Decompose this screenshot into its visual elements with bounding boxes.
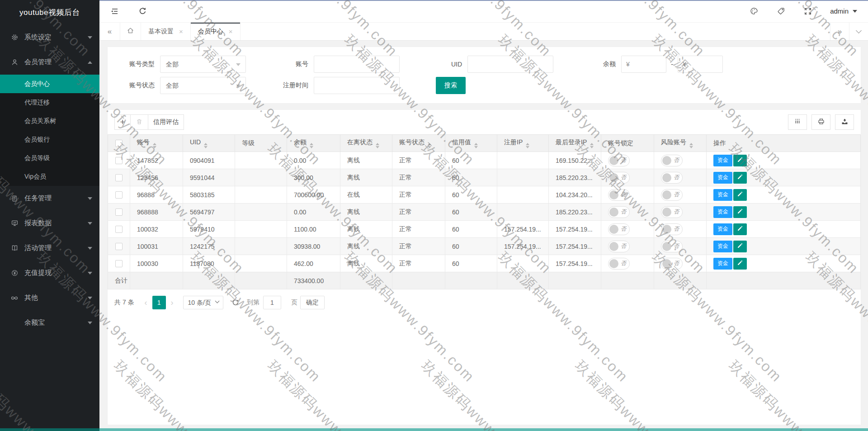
sort-icon[interactable]	[689, 143, 693, 148]
tab-home-button[interactable]	[120, 23, 141, 40]
sidebar-item-4[interactable]: 活动管理	[0, 236, 99, 260]
row-checkbox[interactable]	[115, 260, 123, 267]
export-button[interactable]	[835, 114, 854, 130]
sort-asc-icon	[526, 143, 529, 145]
sort-icon[interactable]	[526, 143, 529, 148]
page-size-select[interactable]: 10 条/页	[183, 296, 223, 309]
fund-button[interactable]: 资金	[713, 223, 732, 235]
lock-toggle[interactable]: 否	[608, 172, 630, 184]
export-icon	[841, 118, 849, 127]
risk-toggle[interactable]: 否	[661, 223, 683, 235]
edit-button[interactable]	[733, 258, 747, 270]
prev-page-button[interactable]: ‹	[140, 298, 152, 307]
print-button[interactable]	[811, 114, 830, 130]
fund-button[interactable]: 资金	[713, 241, 732, 252]
sidebar-subitem[interactable]: 会员中心	[0, 75, 99, 93]
lock-toggle[interactable]: 否	[608, 155, 630, 166]
risk-toggle[interactable]: 否	[661, 206, 683, 218]
sort-icon[interactable]	[204, 143, 208, 148]
palette-icon[interactable]	[749, 6, 759, 16]
account-type-select[interactable]: 全部	[160, 56, 246, 73]
sidebar-item-7[interactable]: 余额宝	[0, 310, 99, 335]
pencil-icon	[737, 242, 743, 250]
account-input[interactable]	[314, 56, 400, 73]
row-checkbox[interactable]	[115, 243, 123, 250]
lock-toggle[interactable]: 否	[608, 189, 630, 201]
refresh-icon[interactable]	[137, 6, 147, 16]
sort-icon[interactable]	[153, 143, 156, 148]
edit-button[interactable]	[733, 223, 747, 235]
uid-input[interactable]	[467, 56, 553, 73]
sort-icon[interactable]	[376, 143, 379, 148]
sidebar-item-2[interactable]: 任务管理	[0, 186, 99, 211]
sidebar-item-1[interactable]: 会员管理	[0, 50, 99, 75]
fund-button[interactable]: 资金	[713, 155, 732, 166]
search-button[interactable]: 搜索	[436, 77, 466, 94]
fund-button[interactable]: 资金	[713, 172, 732, 184]
next-page-button[interactable]: ›	[166, 298, 179, 307]
risk-toggle[interactable]: 否	[661, 258, 683, 270]
sidebar-item-6[interactable]: 其他	[0, 285, 99, 310]
sidebar-subitem[interactable]: 会员关系树	[0, 112, 99, 130]
row-checkbox[interactable]	[115, 208, 123, 216]
goto-confirm-button[interactable]: 确定	[300, 296, 325, 309]
balance-min-input[interactable]	[621, 56, 666, 73]
sidebar-item-5[interactable]: 充值提现	[0, 260, 99, 285]
sort-icon[interactable]	[310, 143, 313, 148]
row-checkbox[interactable]	[115, 191, 123, 199]
sidebar-subitem[interactable]: Vip会员	[0, 167, 99, 186]
lock-toggle[interactable]: 否	[608, 223, 630, 235]
edit-button[interactable]	[733, 189, 747, 201]
tag-icon[interactable]	[776, 6, 786, 16]
balance-max-input[interactable]	[678, 56, 723, 73]
user-menu[interactable]: admin	[830, 7, 857, 15]
edit-button[interactable]	[733, 155, 747, 166]
account-label: 账号	[272, 60, 308, 68]
tab-1[interactable]: 会员中心×	[191, 23, 241, 40]
row-checkbox[interactable]	[115, 157, 123, 164]
menu-fold-icon[interactable]	[109, 6, 119, 16]
fund-button[interactable]: 资金	[713, 206, 732, 218]
sort-icon[interactable]	[590, 143, 594, 148]
risk-toggle[interactable]: 否	[661, 189, 683, 201]
delete-button[interactable]	[130, 114, 148, 130]
current-page-button[interactable]: 1	[152, 296, 166, 309]
lock-toggle[interactable]: 否	[608, 241, 630, 252]
refresh-table-icon[interactable]	[231, 298, 241, 308]
risk-toggle[interactable]: 否	[661, 172, 683, 184]
credit-eval-button[interactable]: 信用评估	[148, 114, 184, 130]
goto-page-input[interactable]	[263, 296, 281, 309]
edit-button[interactable]	[733, 241, 747, 252]
sort-icon[interactable]	[474, 143, 478, 148]
tabs-scroll-left-button[interactable]: «	[99, 23, 120, 40]
fullscreen-icon[interactable]	[803, 6, 813, 16]
sidebar-subitem[interactable]: 代理迁移	[0, 93, 99, 112]
row-checkbox[interactable]	[115, 226, 123, 233]
sort-icon[interactable]	[428, 143, 431, 148]
tab-0[interactable]: 基本设置×	[141, 23, 191, 40]
row-checkbox[interactable]	[115, 174, 123, 181]
sidebar-subitem[interactable]: 会员银行	[0, 130, 99, 149]
sidebar-item-3[interactable]: 报表数据	[0, 211, 99, 236]
add-button[interactable]: +	[114, 114, 131, 130]
edit-button[interactable]	[733, 172, 747, 184]
lock-toggle[interactable]: 否	[608, 206, 630, 218]
cell-uid: 1242175	[183, 238, 235, 255]
table-row: 1234569591044300.00离线正常60185.220.23...否否…	[108, 169, 861, 186]
reg-time-input[interactable]	[314, 77, 400, 94]
tabs-menu-button[interactable]	[849, 23, 868, 40]
risk-toggle[interactable]: 否	[661, 155, 683, 166]
select-all-checkbox[interactable]	[115, 140, 123, 147]
account-status-select[interactable]: 全部	[160, 77, 246, 94]
sidebar-item-0[interactable]: 系统设定	[0, 25, 99, 50]
sidebar-subitem[interactable]: 会员等级	[0, 149, 99, 167]
edit-button[interactable]	[733, 206, 747, 218]
fund-button[interactable]: 资金	[713, 189, 732, 201]
risk-toggle[interactable]: 否	[661, 241, 683, 252]
lock-toggle[interactable]: 否	[608, 258, 630, 270]
fund-button[interactable]: 资金	[713, 258, 732, 270]
tabs-scroll-right-button[interactable]: »	[830, 23, 849, 40]
close-icon[interactable]: ×	[179, 28, 183, 35]
close-icon[interactable]: ×	[229, 28, 233, 35]
columns-filter-button[interactable]	[788, 114, 807, 130]
